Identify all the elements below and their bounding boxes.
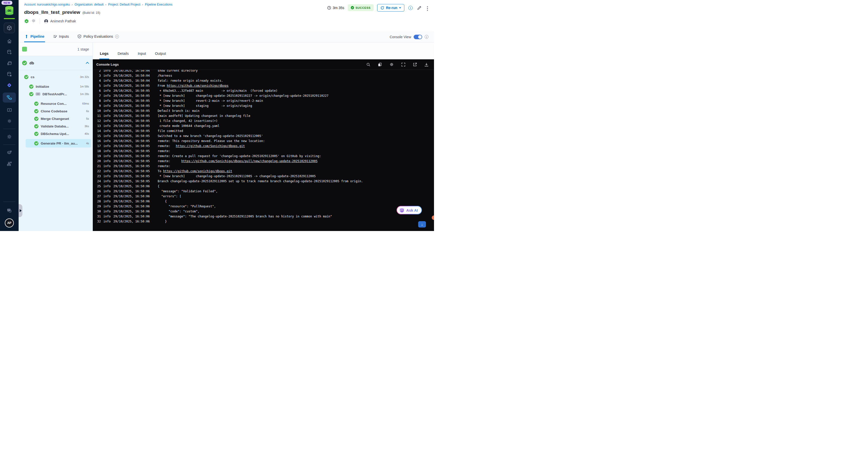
step-row[interactable]: Merge Changeset5s <box>19 115 93 123</box>
log-message: + 69a3e63...32fedd7 main -> origin/main … <box>158 88 278 93</box>
sidebar-expand-handle[interactable] <box>19 204 22 217</box>
step-row[interactable]: Generate PR - llm_au...4s <box>26 139 91 147</box>
policy-info-icon[interactable]: i <box>115 35 119 38</box>
edit-pipeline-icon[interactable] <box>417 5 422 11</box>
log-message: /harness <box>158 73 172 78</box>
network-gear-icon[interactable] <box>4 160 14 167</box>
breadcrumb-link[interactable]: Pipeline Executions <box>145 3 172 6</box>
fullscreen-icon[interactable] <box>401 63 405 67</box>
log-tab-output[interactable]: Output <box>154 49 166 59</box>
tab-inputs[interactable]: Inputs <box>53 31 70 42</box>
rerun-button[interactable]: Re-run <box>377 4 404 11</box>
console-view-info-icon[interactable]: i <box>425 35 429 39</box>
database-gear-icon[interactable] <box>4 48 14 56</box>
step-row[interactable]: DBSchema Upd...40s <box>19 130 93 137</box>
step-duration: 5s <box>86 117 89 120</box>
settings-gear-icon[interactable] <box>4 133 14 140</box>
user-avatar[interactable]: AP <box>5 219 14 228</box>
harness-dbops-logo-icon[interactable]: ∞ <box>4 5 15 15</box>
step-duration: 40s <box>85 132 89 135</box>
log-level: info <box>103 98 111 103</box>
executions-play-icon[interactable] <box>4 106 14 113</box>
log-level: info <box>103 128 111 133</box>
database-stack-icon[interactable] <box>4 59 14 67</box>
chevron-up-icon[interactable] <box>86 62 89 65</box>
step-success-check-icon <box>34 102 38 106</box>
log-timestamp: 29/10/2025, 16:50:05 <box>114 108 151 113</box>
step-list: cs3m 32sInitialize1m 58sDBTestAndPr...1m… <box>19 70 93 147</box>
caret-down-icon <box>399 7 401 8</box>
log-line-number: 26 <box>95 189 101 194</box>
gear-icon[interactable] <box>4 117 14 125</box>
copy-icon[interactable] <box>378 63 382 67</box>
log-timestamp: 29/10/2025, 16:50:05 <box>114 169 151 174</box>
tab-pipeline[interactable]: Pipeline <box>24 31 45 42</box>
rail-divider <box>3 129 16 129</box>
download-icon[interactable] <box>425 63 429 67</box>
log-timestamp: 29/10/2025, 16:50:06 <box>114 189 151 194</box>
stage-panel: 1 stage db cs3m 32sInitialize1m 58sDBTes… <box>19 42 93 231</box>
log-link[interactable]: https://github.com/sonichigo/dbops.git <box>163 169 232 173</box>
build-id: (Build Id: 15) <box>83 11 100 14</box>
execution-info-icon[interactable]: i <box>408 5 413 10</box>
layers-gear-icon[interactable] <box>4 149 14 156</box>
log-tab-details[interactable]: Details <box>117 49 129 59</box>
log-line-number: 15 <box>95 133 101 138</box>
search-icon[interactable] <box>366 63 370 67</box>
step-row[interactable]: Validate Databa...36s <box>19 123 93 130</box>
gear-icon[interactable] <box>390 62 394 67</box>
breadcrumb-link[interactable]: Account: kurosakiichigo.songoku <box>24 3 70 6</box>
stage-row-db[interactable]: db <box>19 56 93 70</box>
step-success-check-icon <box>34 141 38 145</box>
pipeline-settings-gear-icon[interactable] <box>31 19 36 24</box>
module-selector-cube-icon[interactable] <box>4 23 15 33</box>
help-chat-icon[interactable]: ? <box>4 207 14 214</box>
more-options-kebab-icon[interactable] <box>426 5 430 12</box>
log-link[interactable]: https://github.com/Sonichigo/dbops/pull/… <box>181 159 317 163</box>
breadcrumb-link[interactable]: Organization: default <box>74 3 103 6</box>
log-line-number: 32 <box>95 219 101 224</box>
database-dots-icon[interactable] <box>4 70 14 78</box>
console-header: Console Logs <box>93 59 434 70</box>
log-line-number: 2 <box>95 70 101 73</box>
log-line-number: 20 <box>95 159 101 164</box>
log-line-number: 12 <box>95 119 101 124</box>
step-row[interactable]: DBTestAndPr...1m 28s <box>19 90 93 98</box>
ask-ai-button[interactable]: Ask AI <box>397 206 422 214</box>
log-level: info <box>103 70 111 73</box>
log-timestamp: 29/10/2025, 16:50:06 <box>114 199 151 204</box>
pipelines-icon[interactable] <box>3 93 16 103</box>
breadcrumb-link[interactable]: Project: Default Project <box>108 3 140 6</box>
console-log-lines: 2info29/10/2025, 16:50:04show current di… <box>93 70 434 231</box>
tab-policy-evaluations[interactable]: Policy Evaluations i <box>77 31 119 42</box>
log-line-number: 9 <box>95 103 101 108</box>
scroll-to-bottom-button[interactable]: ↓ <box>418 221 426 228</box>
step-label: cs <box>31 75 78 79</box>
inputs-tab-icon <box>53 34 57 38</box>
console-view-toggle[interactable] <box>414 35 422 39</box>
log-message: remote: This repository moved. Please us… <box>158 138 265 143</box>
log-tab-logs[interactable]: Logs <box>99 49 109 59</box>
log-level: info <box>103 103 111 108</box>
step-row[interactable]: Initialize1m 58s <box>19 83 93 90</box>
check-circle-icon <box>351 6 354 9</box>
log-line-number: 5 <box>95 83 101 88</box>
step-row[interactable]: Resource Con...69ms <box>19 100 93 107</box>
log-message: * [new branch] changelog-update-20251029… <box>158 93 329 98</box>
rail-icon-list <box>0 37 19 167</box>
open-new-tab-icon[interactable] <box>413 63 417 67</box>
ai-diamond-icon[interactable] <box>4 81 14 89</box>
log-timestamp: 29/10/2025, 16:50:05 <box>114 113 151 119</box>
step-row[interactable]: Clone Codebase6s <box>19 107 93 115</box>
step-duration: 6s <box>86 109 89 112</box>
home-icon[interactable] <box>4 37 14 45</box>
log-link[interactable]: https://github.com/Sonichigo/dbops.git <box>176 144 245 148</box>
execution-duration: 3m 35s <box>327 6 344 10</box>
log-link[interactable]: https://github.com/sonichigo/dbops <box>167 84 228 88</box>
log-level: info <box>103 83 111 88</box>
log-level: info <box>103 194 111 199</box>
step-row[interactable]: cs3m 32s <box>19 73 93 81</box>
log-line-number: 27 <box>95 194 101 199</box>
log-level: info <box>103 133 111 138</box>
log-tab-input[interactable]: Input <box>137 49 146 59</box>
